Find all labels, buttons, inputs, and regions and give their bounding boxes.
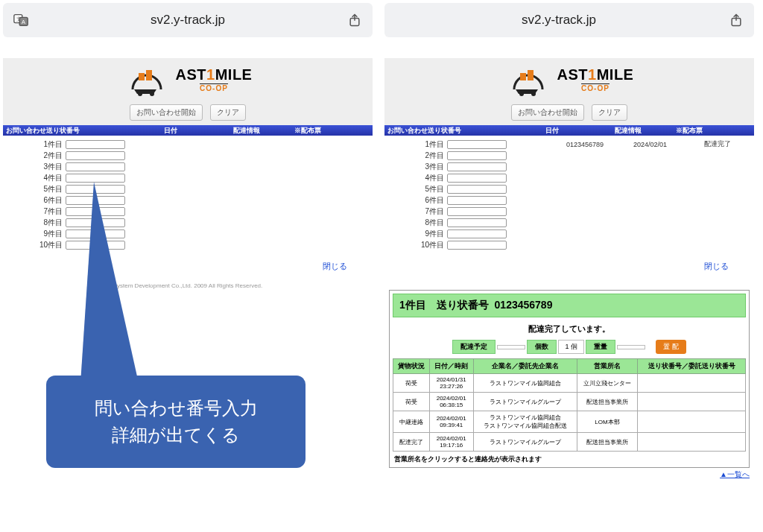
mini-yotei-h: 配達予定 xyxy=(452,340,496,354)
detail-th: 企業名／委託先企業名 xyxy=(473,359,577,374)
callout-box: 問い合わせ番号入力 詳細が出てくる xyxy=(46,376,305,468)
svg-text:A: A xyxy=(22,19,25,25)
row-label: 8件目 xyxy=(39,218,66,228)
form-row: 2件目 xyxy=(420,150,754,161)
logo-icon xyxy=(124,63,176,97)
share-icon[interactable] xyxy=(344,10,365,31)
row-label: 9件目 xyxy=(39,229,66,239)
tracking-input[interactable] xyxy=(66,162,125,171)
svg-text:文: 文 xyxy=(16,16,22,22)
form-row: 9件目 xyxy=(420,228,754,239)
clear-button[interactable]: クリア xyxy=(592,104,627,121)
row-label: 2件目 xyxy=(420,151,447,161)
detail-cell xyxy=(638,374,746,393)
clear-button[interactable]: クリア xyxy=(210,104,246,121)
row-label: 3件目 xyxy=(39,162,66,172)
form-rows-right: 1件目01234567892024/02/01配達完了2件目3件目4件目5件目6… xyxy=(384,136,754,250)
mini-place-pill[interactable]: 置 配 xyxy=(656,340,686,354)
detail-cell: ラストワンマイル協同組合 ラストワンマイル協同組合配送 xyxy=(473,411,577,433)
form-row: 6件目 xyxy=(420,194,754,206)
svg-rect-11 xyxy=(528,70,534,80)
url-text[interactable]: sv2.y-track.jp xyxy=(31,13,344,28)
tracking-input[interactable] xyxy=(447,218,507,227)
detail-row: 中継連絡2024/02/01 09:39:41ラストワンマイル協同組合 ラストワ… xyxy=(393,411,746,433)
tracking-input[interactable] xyxy=(66,140,125,149)
svg-point-13 xyxy=(531,92,536,96)
mini-juryo-h: 重量 xyxy=(586,340,615,354)
row-label: 9件目 xyxy=(420,229,447,239)
logo: AST1MILE CO-OP xyxy=(505,63,634,97)
mini-juryo-v xyxy=(617,345,645,349)
logo-text-b: MILE xyxy=(597,66,634,83)
address-bar: sv2.y-track.jp xyxy=(384,3,754,37)
detail-title-num: 0123456789 xyxy=(495,299,553,311)
detail-cell xyxy=(638,393,746,411)
tracking-input[interactable] xyxy=(447,207,507,216)
th-slip: ※配布票 xyxy=(280,126,335,136)
detail-cell: ラストワンマイル協同組合 xyxy=(473,374,577,393)
row-label: 6件目 xyxy=(420,195,447,206)
detail-cell[interactable]: LOM本部 xyxy=(577,411,638,433)
close-link[interactable]: 閉じる xyxy=(323,262,347,270)
detail-row: 配達完了2024/02/01 19:17:16ラストワンマイルグループ配送担当事… xyxy=(393,433,746,452)
logo-sub: CO-OP xyxy=(200,83,228,92)
list-link[interactable]: ▲一覧へ xyxy=(720,470,750,478)
logo-icon xyxy=(505,63,557,97)
th-slip: ※配布票 xyxy=(662,126,717,136)
copyright: System Development Co.,Ltd. 2009 All Rig… xyxy=(3,272,373,300)
th-tracking: お問い合わせ送り状番号 xyxy=(384,126,510,136)
close-link[interactable]: 閉じる xyxy=(704,262,729,270)
detail-cell: 2024/02/01 09:39:41 xyxy=(429,411,473,433)
th-tracking: お問い合わせ送り状番号 xyxy=(3,126,128,136)
detail-cell: 荷受 xyxy=(393,374,430,393)
row-label: 7件目 xyxy=(420,206,447,217)
callout-pointer xyxy=(80,182,139,383)
start-button[interactable]: お問い合わせ開始 xyxy=(130,104,203,121)
detail-row: 荷受2024/01/31 23:27:26ラストワンマイル協同組合立川立飛センタ… xyxy=(393,374,746,393)
table-header: お問い合わせ送り状番号 日付 配達情報 ※配布票 xyxy=(3,125,373,136)
row-label: 10件目 xyxy=(420,240,447,250)
logo-text-a: AST xyxy=(557,66,589,83)
tracking-input[interactable] xyxy=(447,162,507,171)
tracking-input[interactable] xyxy=(447,151,507,160)
tracking-input[interactable] xyxy=(447,185,507,194)
row-label: 8件目 xyxy=(420,218,447,228)
tracking-input[interactable] xyxy=(447,241,507,250)
logo-text-1: 1 xyxy=(206,66,215,83)
tracking-input[interactable] xyxy=(66,151,125,160)
screen-right: sv2.y-track.jp AST1MILE CO-OP xyxy=(384,3,754,480)
button-row: お問い合わせ開始 クリア xyxy=(384,101,754,125)
callout-line2: 詳細が出てくる xyxy=(55,422,297,449)
detail-note: 営業所名をクリックすると連絡先が表示されます xyxy=(393,452,746,464)
detail-cell: 荷受 xyxy=(393,393,430,411)
form-row: 3件目 xyxy=(39,161,373,172)
detail-cell: ラストワンマイルグループ xyxy=(473,433,577,452)
detail-cell xyxy=(638,433,746,452)
detail-cell[interactable]: 立川立飛センター xyxy=(577,374,638,393)
tracking-input[interactable] xyxy=(447,196,507,205)
tracking-input[interactable] xyxy=(447,229,507,238)
detail-cell[interactable]: 配送担当事業所 xyxy=(577,393,638,411)
row-label: 1件目 xyxy=(420,139,447,150)
svg-point-8 xyxy=(150,92,154,96)
detail-cell[interactable]: 配送担当事業所 xyxy=(577,433,638,452)
row-label: 10件目 xyxy=(39,240,66,250)
tracking-input[interactable] xyxy=(447,174,507,183)
detail-cell: 2024/02/01 06:38:15 xyxy=(429,393,473,411)
share-icon[interactable] xyxy=(726,10,747,31)
start-button[interactable]: お問い合わせ開始 xyxy=(511,104,584,121)
svg-point-12 xyxy=(519,92,524,96)
callout-line1: 問い合わせ番号入力 xyxy=(55,395,297,422)
detail-thead-row: 貨物状況日付／時刻企業名／委託先企業名営業所名送り状番号／委託送り状番号 xyxy=(393,359,746,374)
detail-cell: 2024/01/31 23:27:26 xyxy=(429,374,473,393)
row-label: 6件目 xyxy=(39,195,66,206)
address-bar: 文A sv2.y-track.jp xyxy=(3,3,373,37)
detail-th: 日付／時刻 xyxy=(429,359,473,374)
detail-th: 貨物状況 xyxy=(393,359,430,374)
detail-title-prefix: 1件目 送り状番号 xyxy=(399,299,489,311)
tracking-input[interactable] xyxy=(66,174,125,183)
translate-icon[interactable]: 文A xyxy=(10,10,31,31)
tracking-input[interactable] xyxy=(447,140,507,149)
logo-area: AST1MILE CO-OP xyxy=(3,58,373,101)
url-text[interactable]: sv2.y-track.jp xyxy=(392,13,726,28)
